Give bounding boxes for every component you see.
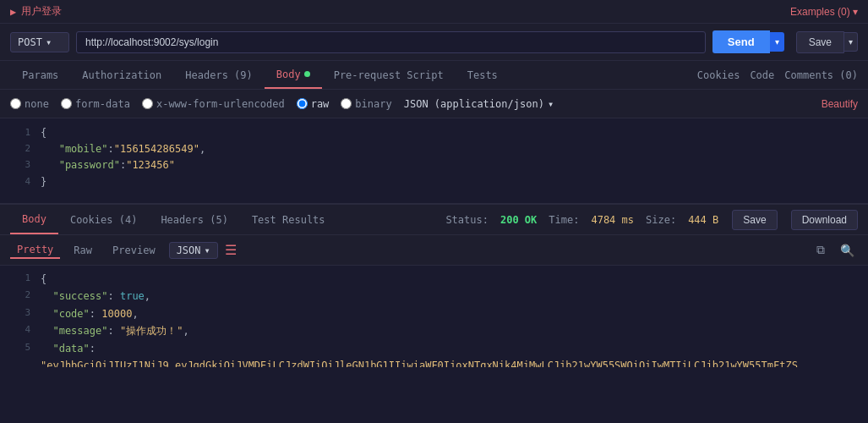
tab-params[interactable]: Params bbox=[10, 61, 70, 89]
status-value: 200 OK bbox=[500, 214, 537, 226]
method-select[interactable]: POST ▾ bbox=[10, 32, 69, 52]
breadcrumb-triangle: ▶ bbox=[10, 6, 16, 18]
resp-line-4: 4 "message": "操作成功！", bbox=[10, 322, 858, 339]
link-cookies[interactable]: Cookies bbox=[697, 69, 740, 81]
download-button[interactable]: Download bbox=[791, 210, 858, 230]
breadcrumb-bar: ▶ 用户登录 Examples (0) ▾ bbox=[0, 0, 868, 24]
link-comments[interactable]: Comments (0) bbox=[784, 69, 858, 81]
resp-line-1: 1 { bbox=[10, 271, 858, 288]
code-line-1: 1 { bbox=[10, 125, 858, 141]
wrap-icon[interactable]: ☰ bbox=[225, 242, 237, 258]
save-btn-group: Save ▾ bbox=[796, 31, 858, 53]
resp-tab-test-results[interactable]: Test Results bbox=[240, 205, 337, 234]
send-dropdown-button[interactable]: ▾ bbox=[770, 32, 784, 52]
request-tabs: Params Authorization Headers (9) Body Pr… bbox=[0, 61, 868, 90]
body-dot bbox=[304, 71, 310, 77]
opt-urlencoded[interactable]: x-www-form-urlencoded bbox=[142, 98, 285, 110]
response-tabs: Body Cookies (4) Headers (5) Test Result… bbox=[0, 205, 868, 235]
resp-tabs-left: Body Cookies (4) Headers (5) Test Result… bbox=[10, 205, 337, 234]
format-left: Pretty Raw Preview JSON ▾ ☰ bbox=[10, 242, 237, 259]
breadcrumb-title: ▶ 用户登录 bbox=[10, 4, 62, 19]
format-preview[interactable]: Preview bbox=[106, 243, 162, 258]
status-label: Status: bbox=[445, 214, 489, 226]
request-tabs-right: Cookies Code Comments (0) bbox=[697, 69, 858, 81]
format-raw[interactable]: Raw bbox=[67, 243, 99, 258]
time-value: 4784 ms bbox=[591, 214, 634, 226]
request-tabs-left: Params Authorization Headers (9) Body Pr… bbox=[10, 61, 510, 89]
request-body-editor[interactable]: 1 { 2 "mobile":"156154286549", 3 "passwo… bbox=[0, 118, 868, 203]
resp-tab-body[interactable]: Body bbox=[10, 205, 58, 234]
resp-line-5: 5 "data": "eyJhbGciOiJIUzI1NiJ9.eyJqdGki… bbox=[10, 340, 858, 367]
breadcrumb-text: 用户登录 bbox=[21, 4, 62, 19]
opt-none[interactable]: none bbox=[10, 98, 49, 110]
method-dropdown-icon: ▾ bbox=[46, 36, 52, 48]
opt-raw[interactable]: raw bbox=[297, 98, 330, 110]
response-format-bar: Pretty Raw Preview JSON ▾ ☰ ⧉ 🔍 bbox=[0, 235, 868, 266]
size-label: Size: bbox=[646, 214, 676, 226]
json-type-dropdown-icon: ▾ bbox=[548, 98, 554, 110]
response-json-select[interactable]: JSON ▾ bbox=[169, 242, 218, 259]
tab-tests[interactable]: Tests bbox=[456, 61, 510, 89]
time-label: Time: bbox=[549, 214, 579, 226]
save-button[interactable]: Save bbox=[796, 31, 844, 53]
status-info: Status: 200 OK Time: 4784 ms Size: 444 B bbox=[445, 214, 718, 226]
save-dropdown-button[interactable]: ▾ bbox=[844, 32, 858, 52]
copy-icon[interactable]: ⧉ bbox=[813, 241, 828, 259]
tab-headers[interactable]: Headers (9) bbox=[173, 61, 264, 89]
response-save-button[interactable]: Save bbox=[732, 210, 777, 230]
resp-tab-cookies[interactable]: Cookies (4) bbox=[58, 205, 149, 234]
resp-line-2: 2 "success": true, bbox=[10, 288, 858, 305]
method-label: POST bbox=[18, 36, 42, 48]
body-opts-left: none form-data x-www-form-urlencoded raw… bbox=[10, 98, 554, 110]
search-icon[interactable]: 🔍 bbox=[837, 242, 858, 259]
tab-body[interactable]: Body bbox=[265, 61, 322, 89]
opt-binary[interactable]: binary bbox=[341, 98, 391, 110]
send-button[interactable]: Send bbox=[712, 30, 770, 53]
opt-form-data[interactable]: form-data bbox=[61, 98, 130, 110]
tab-pre-request-script[interactable]: Pre-request Script bbox=[322, 61, 456, 89]
json-type-selector[interactable]: JSON (application/json) ▾ bbox=[404, 98, 554, 110]
resp-tab-headers[interactable]: Headers (5) bbox=[149, 205, 239, 234]
url-bar: POST ▾ Send ▾ Save ▾ bbox=[0, 24, 868, 61]
format-pretty[interactable]: Pretty bbox=[10, 242, 60, 259]
size-value: 444 B bbox=[688, 214, 718, 226]
tab-authorization[interactable]: Authorization bbox=[70, 61, 173, 89]
send-btn-group: Send ▾ bbox=[712, 30, 784, 53]
examples-button[interactable]: Examples (0) ▾ bbox=[790, 6, 858, 18]
response-section: Body Cookies (4) Headers (5) Test Result… bbox=[0, 203, 868, 367]
body-options: none form-data x-www-form-urlencoded raw… bbox=[0, 90, 868, 118]
code-line-2: 2 "mobile":"156154286549", bbox=[10, 141, 858, 157]
beautify-button[interactable]: Beautify bbox=[822, 98, 858, 110]
format-right: ⧉ 🔍 bbox=[813, 241, 858, 259]
resp-line-3: 3 "code": 10000, bbox=[10, 305, 858, 322]
response-body: 1 { 2 "success": true, 3 "code": 10000, … bbox=[0, 266, 868, 367]
code-line-4: 4 } bbox=[10, 174, 858, 190]
link-code[interactable]: Code bbox=[750, 69, 774, 81]
url-input[interactable] bbox=[76, 31, 706, 53]
resp-json-dropdown-icon: ▾ bbox=[205, 244, 210, 256]
code-line-3: 3 "password":"123456" bbox=[10, 157, 858, 173]
resp-tabs-right: Status: 200 OK Time: 4784 ms Size: 444 B… bbox=[445, 210, 858, 230]
